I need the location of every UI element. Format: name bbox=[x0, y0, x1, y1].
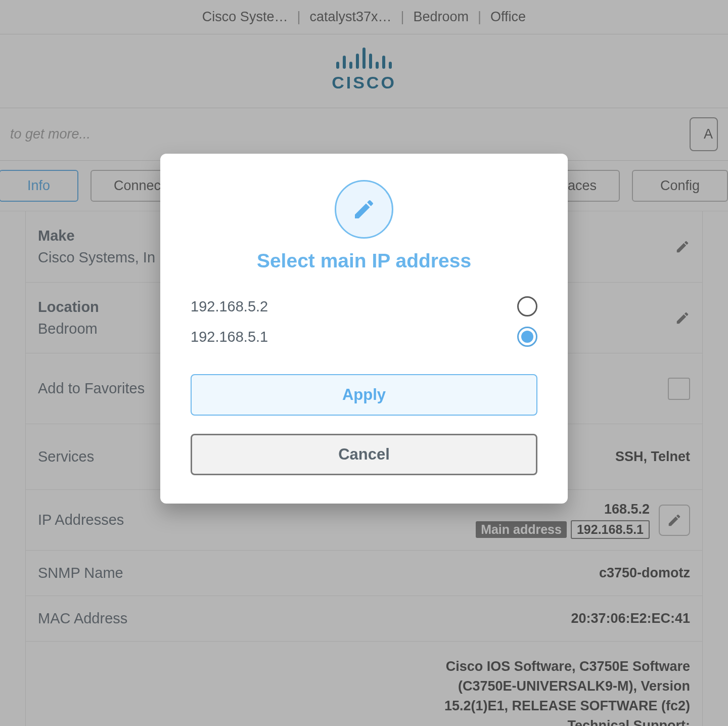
ip-option-label: 192.168.5.1 bbox=[191, 329, 268, 345]
modal-title: Select main IP address bbox=[191, 250, 537, 272]
ip-option-label: 192.168.5.2 bbox=[191, 298, 268, 315]
radio-selected[interactable] bbox=[517, 327, 537, 347]
select-ip-modal: Select main IP address 192.168.5.2 192.1… bbox=[160, 154, 568, 504]
apply-button[interactable]: Apply bbox=[191, 374, 537, 416]
radio-dot-icon bbox=[521, 331, 533, 343]
modal-overlay: Select main IP address 192.168.5.2 192.1… bbox=[0, 0, 728, 726]
ip-option-1[interactable]: 192.168.5.1 bbox=[191, 322, 537, 352]
modal-header-icon bbox=[335, 180, 393, 239]
ip-option-0[interactable]: 192.168.5.2 bbox=[191, 291, 537, 322]
radio-unselected[interactable] bbox=[517, 296, 537, 316]
pencil-icon bbox=[352, 197, 376, 221]
cancel-button[interactable]: Cancel bbox=[191, 434, 537, 475]
